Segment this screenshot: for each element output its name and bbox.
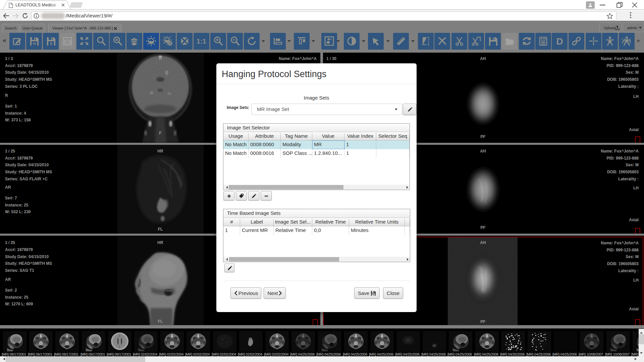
svg-text:H: H bbox=[33, 42, 36, 46]
svg-text:1:1: 1:1 bbox=[197, 38, 206, 45]
svg-text:D: D bbox=[556, 36, 563, 46]
svg-text:S: S bbox=[50, 42, 52, 46]
